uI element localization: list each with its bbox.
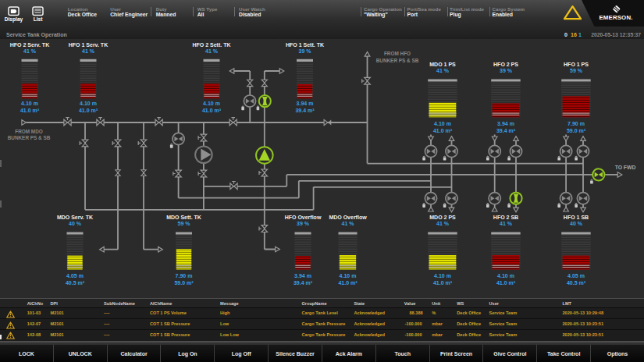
svg-text:4.10 m: 4.10 m xyxy=(21,101,38,106)
svg-text:HFO 2 PS: HFO 2 PS xyxy=(493,62,518,67)
svg-text:4.05 m: 4.05 m xyxy=(568,273,585,279)
svg-text:HFO 1 SB: HFO 1 SB xyxy=(564,215,589,220)
svg-text:HFO Overflow: HFO Overflow xyxy=(285,215,322,220)
svg-text:59 %: 59 % xyxy=(178,221,191,226)
svg-text:4.10 m: 4.10 m xyxy=(434,273,451,279)
svg-text:MDO Sett. TK: MDO Sett. TK xyxy=(166,215,201,220)
svg-text:41.0 m³: 41.0 m³ xyxy=(202,108,222,113)
svg-text:HFO 1 Serv. TK: HFO 1 Serv. TK xyxy=(69,42,108,48)
svg-text:EMERSON.: EMERSON. xyxy=(599,14,632,21)
svg-text:39.4 m³: 39.4 m³ xyxy=(294,280,313,286)
svg-text:39 %: 39 % xyxy=(500,68,513,73)
svg-text:41 %: 41 % xyxy=(436,68,450,73)
svg-text:39 %: 39 % xyxy=(299,48,312,54)
svg-text:3.94 m: 3.94 m xyxy=(497,121,514,126)
svg-text:4.10 m: 4.10 m xyxy=(434,121,451,126)
svg-text:39.4 m³: 39.4 m³ xyxy=(295,108,315,113)
svg-text:41 %: 41 % xyxy=(205,48,219,54)
svg-text:40.5 m³: 40.5 m³ xyxy=(567,280,586,286)
svg-text:HFO 2 Serv. TK: HFO 2 Serv. TK xyxy=(10,42,49,48)
svg-text:41.0 m³: 41.0 m³ xyxy=(433,280,453,286)
svg-text:MDO 2 PS: MDO 2 PS xyxy=(429,215,456,220)
svg-text:4.10 m: 4.10 m xyxy=(203,101,220,106)
svg-text:41 %: 41 % xyxy=(500,221,513,226)
svg-text:MDO 1 PS: MDO 1 PS xyxy=(429,62,456,67)
svg-text:TO FWD: TO FWD xyxy=(615,165,636,170)
svg-text:4.10 m: 4.10 m xyxy=(340,273,357,279)
svg-text:41 %: 41 % xyxy=(82,48,95,54)
svg-text:40.5 m³: 40.5 m³ xyxy=(66,280,85,286)
svg-text:FROM MDO: FROM MDO xyxy=(15,129,43,134)
svg-text:41.0 m³: 41.0 m³ xyxy=(496,280,516,286)
svg-text:39.4 m³: 39.4 m³ xyxy=(496,128,516,133)
svg-text:List: List xyxy=(34,16,44,22)
svg-text:MDO Serv. TK: MDO Serv. TK xyxy=(57,215,93,220)
svg-text:41 %: 41 % xyxy=(342,221,355,226)
svg-text:41.0 m³: 41.0 m³ xyxy=(20,108,40,113)
svg-text:40 %: 40 % xyxy=(570,221,583,226)
svg-text:7.90 m: 7.90 m xyxy=(568,121,585,126)
svg-text:41 %: 41 % xyxy=(436,221,450,226)
svg-text:59 %: 59 % xyxy=(570,68,583,73)
svg-text:HFO 1 PS: HFO 1 PS xyxy=(564,62,589,67)
svg-text:59.0 m³: 59.0 m³ xyxy=(174,280,194,286)
svg-text:59.0 m³: 59.0 m³ xyxy=(567,128,586,133)
svg-text:3.94 m: 3.94 m xyxy=(294,273,311,279)
svg-text:BUNKER PS & SB: BUNKER PS & SB xyxy=(376,58,419,63)
svg-text:41 %: 41 % xyxy=(23,48,37,54)
svg-text:4.05 m: 4.05 m xyxy=(66,273,84,279)
svg-text:HFO 2 Sett. TK: HFO 2 Sett. TK xyxy=(192,42,230,48)
svg-text:7.90 m: 7.90 m xyxy=(176,273,193,279)
svg-text:41.0 m³: 41.0 m³ xyxy=(79,108,98,113)
svg-text:HFO 1 Sett. TK: HFO 1 Sett. TK xyxy=(286,42,324,48)
svg-text:4.10 m: 4.10 m xyxy=(80,101,97,106)
svg-text:41.0 m³: 41.0 m³ xyxy=(338,280,358,286)
svg-text:MDO Overflow: MDO Overflow xyxy=(329,215,367,220)
svg-text:40 %: 40 % xyxy=(69,221,82,226)
svg-text:4.10 m: 4.10 m xyxy=(497,273,514,279)
svg-text:BUNKER PS & SB: BUNKER PS & SB xyxy=(8,135,51,140)
svg-text:3.94 m: 3.94 m xyxy=(297,101,314,106)
svg-text:HFO 2 SB: HFO 2 SB xyxy=(493,215,518,220)
svg-text:41.0 m³: 41.0 m³ xyxy=(433,128,453,133)
svg-text:FROM HFO: FROM HFO xyxy=(384,51,411,56)
svg-text:39 %: 39 % xyxy=(297,221,310,226)
svg-text:Display: Display xyxy=(5,16,23,23)
